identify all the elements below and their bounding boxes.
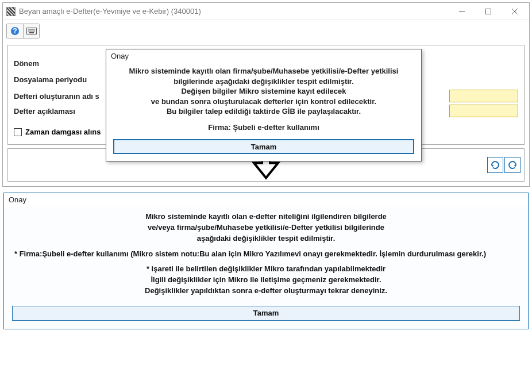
- modal-body: Mikro sisteminde kayıtlı olan firma/şube…: [106, 63, 421, 134]
- svg-rect-1: [486, 9, 491, 14]
- modal-line: bilgilerinde aşağıdaki değişiklikler tes…: [114, 76, 413, 87]
- close-button[interactable]: [502, 3, 528, 20]
- lower-line: Mikro sisteminde kayıtlı olan e-defter n…: [12, 212, 520, 222]
- refresh-ccw-button[interactable]: [504, 157, 521, 173]
- aciklama-input[interactable]: [449, 105, 518, 117]
- ok-label: Tamam: [251, 143, 277, 151]
- window-titlebar: Beyan amaçlı e-Defter(e-Yevmiye ve e-Keb…: [3, 3, 529, 20]
- lower-line: ve/veya firma/şube/Muhasebe yetkilisi/e-…: [12, 222, 520, 233]
- lower-title: Onay: [4, 193, 528, 207]
- toolbar: ?: [3, 20, 529, 43]
- zaman-damgasi-label: Zaman damgası alıns: [25, 128, 101, 136]
- svg-marker-11: [491, 165, 494, 167]
- modal-ok-button[interactable]: Tamam: [113, 139, 414, 154]
- modal-line: Bu bilgiler talep edildiği taktirde GİB …: [114, 106, 413, 117]
- modal-title: Onay: [106, 49, 421, 63]
- checkbox-icon: [14, 128, 22, 136]
- lower-confirm-dialog: Onay Mikro sisteminde kayıtlı olan e-def…: [3, 193, 529, 329]
- lower-line: aşağıdaki değişiklikler tespit edilmişti…: [12, 233, 520, 244]
- modal-line: Mikro sisteminde kayıtlı olan firma/şube…: [114, 66, 413, 76]
- refresh-cw-button[interactable]: [487, 157, 503, 173]
- lower-ok-button[interactable]: Tamam: [12, 306, 520, 321]
- minimize-button[interactable]: [449, 3, 475, 20]
- svg-text:?: ?: [13, 26, 17, 35]
- confirm-modal: Onay Mikro sisteminde kayıtlı olan firma…: [106, 49, 422, 162]
- lower-note: * Firma:Şubeli e-defter kullanımı (Mikro…: [12, 249, 520, 260]
- maximize-button[interactable]: [475, 3, 502, 20]
- lower-line: Değişiklikler yapıldıktan sonra e-defter…: [12, 286, 520, 297]
- modal-line: ve bundan sonra oluşturulacak defterler …: [114, 97, 413, 107]
- modal-firm-line: Firma: Şubeli e-defter kullanımı: [114, 122, 413, 133]
- olusturan-input[interactable]: [449, 90, 518, 102]
- keyboard-button[interactable]: [23, 24, 39, 38]
- lower-body: Mikro sisteminde kayıtlı olan e-defter n…: [4, 207, 528, 300]
- lower-line: İlgili değişiklikler için Mikro ile ilet…: [12, 275, 520, 286]
- window-title: Beyan amaçlı e-Defter(e-Yevmiye ve e-Keb…: [19, 7, 449, 16]
- modal-line: Değişen bilgiler Mikro sistemine kayıt e…: [114, 86, 413, 97]
- app-icon: [6, 7, 16, 16]
- form-panel: Dönem Temmuz - 2016 Dosyalama periyodu D…: [7, 45, 525, 145]
- lower-ok-label: Tamam: [253, 309, 279, 317]
- help-button[interactable]: ?: [7, 24, 23, 38]
- lower-line: * işareti ile belirtilen değişiklikler M…: [12, 264, 520, 275]
- svg-marker-12: [514, 165, 516, 167]
